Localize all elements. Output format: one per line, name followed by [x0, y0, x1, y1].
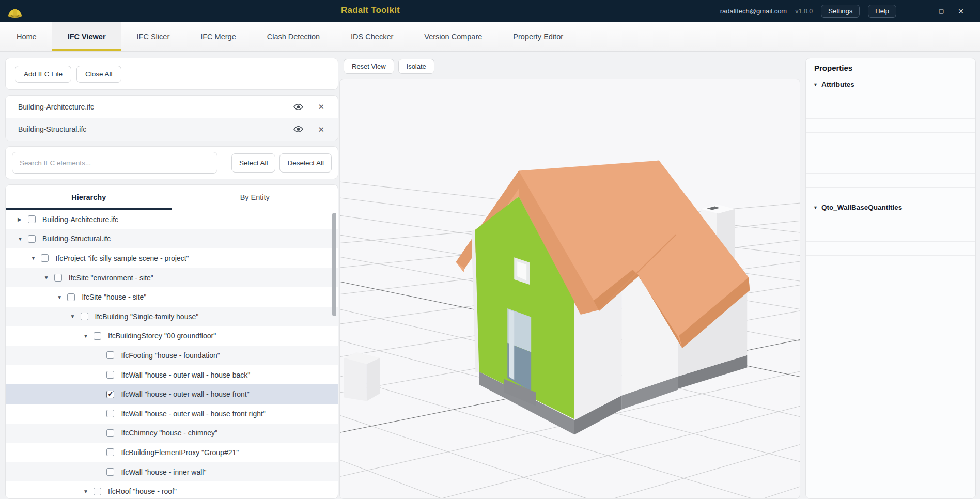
- tree-checkbox[interactable]: [28, 215, 36, 223]
- property-section-header[interactable]: ▼ Attributes: [806, 77, 975, 91]
- tree-checkbox[interactable]: [81, 313, 88, 320]
- collapse-panel-icon[interactable]: —: [959, 64, 967, 72]
- tab[interactable]: Property Editor: [497, 22, 579, 51]
- file-toolbar: Add IFC File Close All: [5, 58, 338, 90]
- tab[interactable]: Home: [1, 22, 52, 51]
- expand-arrow-icon[interactable]: ▶: [18, 216, 28, 222]
- tree-checkbox[interactable]: [106, 371, 114, 379]
- tree-checkbox[interactable]: [106, 391, 114, 398]
- help-button[interactable]: Help: [868, 5, 896, 18]
- tab[interactable]: Clash Detection: [252, 22, 335, 51]
- property-section-header[interactable]: ▼ Qto_WallBaseQuantities: [806, 200, 975, 214]
- tree-checkbox[interactable]: [106, 468, 114, 476]
- property-row: [806, 187, 975, 201]
- file-name: Building-Architecture.ifc: [18, 103, 293, 111]
- tree-checkbox[interactable]: [67, 293, 75, 301]
- tree-row[interactable]: ▼ IfcBuildingStorey "00 groundfloor": [6, 326, 338, 346]
- property-row: [806, 105, 975, 119]
- tree-label: Building-Architecture.ifc: [42, 215, 118, 224]
- tree-row[interactable]: ▼ IfcProject "ifc silly sample scene - p…: [6, 248, 338, 268]
- property-row: [806, 91, 975, 105]
- view-tabs: Hierarchy By Entity: [6, 185, 338, 210]
- tree-label: IfcSite "environment - site": [69, 274, 153, 282]
- file-row[interactable]: Building-Architecture.ifc ✕: [6, 96, 338, 118]
- tree-checkbox[interactable]: [106, 448, 114, 456]
- expand-arrow-icon[interactable]: ▼: [44, 275, 54, 280]
- tree-row[interactable]: IfcWall "house - outer wall - house fron…: [6, 384, 338, 404]
- close-icon[interactable]: ✕: [951, 7, 971, 15]
- tree-row[interactable]: IfcWall "house - inner wall": [6, 462, 338, 482]
- select-all-button[interactable]: Select All: [231, 153, 276, 173]
- deselect-all-button[interactable]: Deselect All: [279, 153, 332, 173]
- tab[interactable]: IFC Viewer: [52, 22, 121, 51]
- isolate-button[interactable]: Isolate: [398, 59, 434, 74]
- tree-row[interactable]: ▼ IfcSite "environment - site": [6, 268, 338, 288]
- expand-arrow-icon[interactable]: ▼: [83, 333, 94, 339]
- visibility-eye-icon[interactable]: [293, 126, 303, 133]
- expand-arrow-icon[interactable]: ▼: [83, 489, 94, 494]
- tree-checkbox[interactable]: [54, 274, 62, 282]
- remove-file-icon[interactable]: ✕: [318, 103, 324, 111]
- tree-checkbox[interactable]: [28, 235, 36, 243]
- tree-checkbox[interactable]: [106, 410, 114, 417]
- properties-panel: Properties — ▼ Attributes: [805, 58, 976, 499]
- tree-label: IfcRoof "house - roof": [108, 487, 177, 495]
- property-row: [806, 146, 975, 160]
- file-row[interactable]: Building-Structural.ifc ✕: [6, 118, 338, 141]
- tree-checkbox[interactable]: [94, 332, 101, 340]
- tree-row[interactable]: ▶ Building-Architecture.ifc: [6, 210, 338, 229]
- tab[interactable]: Version Compare: [409, 22, 497, 51]
- tree-label: IfcProject "ifc silly sample scene - pro…: [55, 254, 189, 262]
- expand-arrow-icon[interactable]: ▼: [57, 294, 67, 300]
- tab[interactable]: IDS Checker: [335, 22, 409, 51]
- divider: [225, 152, 225, 173]
- property-row: [806, 118, 975, 132]
- view-tab[interactable]: Hierarchy: [6, 185, 172, 210]
- hardhat-logo-icon: [6, 3, 24, 20]
- file-name: Building-Structural.ifc: [18, 125, 293, 133]
- proxy-cube[interactable]: [344, 352, 380, 401]
- viewport-3d[interactable]: [339, 79, 800, 499]
- settings-button[interactable]: Settings: [821, 5, 860, 18]
- section-arrow-icon: ▼: [813, 82, 818, 87]
- tree-row[interactable]: IfcChimney "house - chimney": [6, 424, 338, 443]
- tree-row[interactable]: ▼ IfcSite "house - site": [6, 287, 338, 307]
- property-row: [806, 255, 975, 269]
- reset-view-button[interactable]: Reset View: [344, 59, 394, 74]
- tree-checkbox[interactable]: [94, 488, 101, 495]
- expand-arrow-icon[interactable]: ▼: [30, 255, 41, 261]
- property-section: ▼ Qto_WallBaseQuantities: [806, 200, 975, 269]
- maximize-icon[interactable]: ▢: [931, 8, 951, 14]
- property-row: [806, 214, 975, 228]
- tab[interactable]: IFC Merge: [185, 22, 252, 51]
- tree-row[interactable]: IfcWall "house - outer wall - house back…: [6, 365, 338, 385]
- tree-label: IfcFooting "house - foundation": [121, 351, 220, 360]
- front-door[interactable]: [504, 308, 536, 406]
- visibility-eye-icon[interactable]: [293, 103, 303, 111]
- titlebar: Radalt Toolkit radalttech@gmail.com v1.0…: [0, 0, 980, 22]
- search-bar: Select All Deselect All: [5, 146, 338, 179]
- search-input[interactable]: [12, 152, 217, 174]
- tree-scrollbar-thumb[interactable]: [332, 213, 336, 316]
- remove-file-icon[interactable]: ✕: [318, 126, 324, 133]
- tree-checkbox[interactable]: [41, 254, 49, 262]
- tree-label: IfcWall "house - outer wall - house back…: [121, 371, 250, 379]
- minimize-icon[interactable]: –: [912, 7, 931, 15]
- tree-row[interactable]: IfcFooting "house - foundation": [6, 346, 338, 365]
- expand-arrow-icon[interactable]: ▼: [18, 236, 28, 242]
- tab[interactable]: IFC Slicer: [121, 22, 185, 51]
- tree-checkbox[interactable]: [106, 351, 114, 359]
- property-row: [806, 228, 975, 242]
- section-arrow-icon: ▼: [813, 205, 818, 210]
- tree-checkbox[interactable]: [106, 429, 114, 437]
- viewer-toolbar: Reset View Isolate: [344, 59, 434, 74]
- tree-row[interactable]: ▼ IfcRoof "house - roof": [6, 481, 338, 498]
- add-ifc-file-button[interactable]: Add IFC File: [15, 66, 71, 83]
- tree-row[interactable]: IfcWall "house - outer wall - house fron…: [6, 404, 338, 424]
- tree-row[interactable]: ▼ Building-Structural.ifc: [6, 229, 338, 249]
- tree-row[interactable]: IfcBuildingElementProxy "Group#21": [6, 443, 338, 462]
- tree-row[interactable]: ▼ IfcBuilding "Single-family house": [6, 307, 338, 326]
- expand-arrow-icon[interactable]: ▼: [70, 314, 81, 319]
- close-all-button[interactable]: Close All: [76, 66, 121, 83]
- view-tab[interactable]: By Entity: [172, 185, 338, 210]
